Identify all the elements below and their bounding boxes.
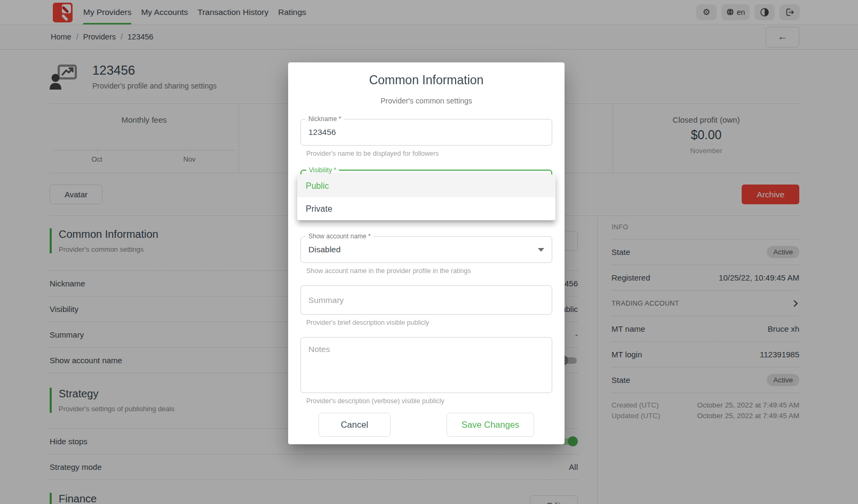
field-label: Show account name * [306,233,374,240]
notes-textarea[interactable] [308,345,544,385]
show-account-name-select[interactable]: Show account name * Disabled [300,236,552,263]
select-value: Disabled [308,245,340,254]
visibility-dropdown-menu: Public Private [297,174,555,220]
show-account-name-field-group: Show account name * Disabled Show accoun… [300,236,552,275]
menu-item-public[interactable]: Public [297,174,555,197]
summary-input[interactable] [308,295,544,305]
field-helper-text: Provider's brief description visible pub… [306,319,552,326]
common-information-dialog: Common Information Provider's common set… [288,62,565,444]
chevron-down-icon [538,248,544,252]
field-helper-text: Show account name in the provider profil… [306,268,552,275]
dialog-title: Common Information [300,73,552,87]
summary-field [300,285,552,315]
save-changes-button[interactable]: Save Changes [447,413,534,437]
dialog-subtitle: Provider's common settings [300,97,552,105]
summary-field-group: Provider's brief description visible pub… [300,285,552,326]
cancel-button[interactable]: Cancel [319,413,391,437]
dialog-buttons: Cancel Save Changes [300,413,552,437]
nickname-input[interactable] [308,127,544,137]
field-helper-text: Provider's name to be displayed for foll… [306,150,552,157]
menu-item-private[interactable]: Private [297,197,555,220]
nickname-field-group: Nickname * Provider's name to be display… [300,119,552,157]
field-helper-text: Provider's description (verbose) visible… [306,398,552,405]
field-label: Visibility * [306,167,339,174]
nickname-field: Nickname * [300,119,552,146]
field-label: Nickname * [306,116,344,123]
visibility-field-group: Visibility * Public Private [300,170,552,196]
notes-field-group: Provider's description (verbose) visible… [300,337,552,405]
notes-field [300,337,552,393]
